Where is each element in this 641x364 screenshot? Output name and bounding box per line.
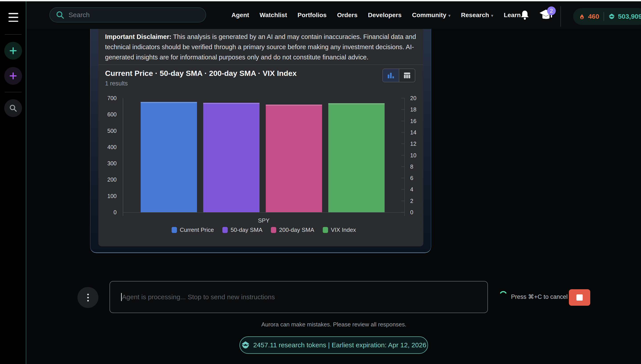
search-icon [9,104,17,112]
tokens-text: 2457.11 research tokens | Earliest expir… [253,341,426,349]
right-axis-tick: 14 [404,129,416,136]
sidebar [0,1,26,364]
gem-icon [241,341,250,349]
table-view-button[interactable] [399,69,415,82]
left-axis-tick: 200 [107,176,123,183]
cancel-hint: Press ⌘+C to cancel [511,293,568,300]
global-search-input[interactable]: Search [50,7,206,22]
right-axis-tick: 16 [404,118,416,124]
analysis-panel: Important Disclaimer: This analysis is g… [98,25,423,246]
legend-label: 50-day SMA [230,226,262,234]
nav-links: AgentWatchlistPortfoliosOrdersDevelopers… [232,1,525,29]
chart-view-toggle [382,68,415,82]
learning-hub-button[interactable] [538,1,553,29]
chart-legend: Current Price50-day SMA200-day SMAVIX In… [123,226,405,234]
chart-results-count: 1 results [105,80,128,87]
chart-title: Current Price · 50-day SMA · 200-day SMA… [105,69,297,78]
flame-icon [579,13,585,20]
bar-50-day-sma[interactable] [203,103,260,212]
legend-item-200-day-sma[interactable]: 200-day SMA [271,226,314,234]
legend-item-vix-index[interactable]: VIX Index [323,226,356,234]
text-cursor [121,293,122,301]
composer-menu-button[interactable] [78,287,98,308]
sidebar-divider [5,34,22,35]
right-axis-tick-mark [401,189,404,190]
new-chat-button[interactable] [4,42,22,60]
bar-current-price[interactable] [141,102,197,212]
legend-swatch [323,227,328,233]
legend-label: VIX Index [331,226,356,234]
notifications-button[interactable] [520,1,530,29]
right-axis-tick: 2 [404,198,413,204]
top-navbar: Search AgentWatchlistPortfoliosOrdersDev… [27,1,641,29]
right-axis-tick: 18 [404,106,416,113]
bar-chart-view-button[interactable] [383,69,399,82]
nav-item-research[interactable]: Research▾ [461,12,493,19]
right-axis-tick-mark [401,132,404,132]
right-axis-tick: 4 [404,186,413,193]
left-axis-tick: 0 [114,209,123,216]
nav-item-orders[interactable]: Orders [337,12,358,19]
right-axis-tick-mark [401,178,404,178]
window-top-strip [0,0,641,1]
right-axis-tick-mark [401,155,404,156]
search-icon [56,10,64,19]
legend-swatch [172,227,177,233]
disclaimer-footnote: Aurora can make mistakes. Please review … [27,321,641,328]
legend-swatch [271,227,276,233]
right-axis-tick-mark [401,98,404,98]
right-axis-tick: 12 [404,140,416,147]
nav-item-agent[interactable]: Agent [232,12,249,19]
notification-count-badge: 2 [547,6,556,15]
left-axis-tick: 500 [107,128,123,134]
plus-icon [9,72,17,80]
gem-icon [608,12,615,20]
right-axis-tick-mark [401,201,404,201]
sidebar-divider [5,92,22,92]
points-count: 503,909 [618,13,641,20]
bar-vix-index[interactable] [328,103,384,212]
right-axis-tick-mark [401,166,404,167]
left-axis-tick: 100 [107,193,123,199]
bar-200-day-sma[interactable] [266,104,322,212]
sidebar-search-button[interactable] [4,99,22,117]
streak-points-pill[interactable]: 460 503,909 [573,8,641,25]
new-agent-button[interactable] [4,67,22,85]
left-axis-tick: 400 [107,144,123,150]
legend-label: 200-day SMA [279,226,314,234]
research-tokens-pill[interactable]: 2457.11 research tokens | Earliest expir… [240,336,428,354]
agent-response-card: Important Disclaimer: This analysis is g… [90,24,431,253]
nav-item-watchlist[interactable]: Watchlist [260,12,287,19]
hamburger-menu-icon[interactable] [8,13,18,22]
right-axis-tick-mark [401,212,404,212]
chevron-down-icon: ▾ [491,13,493,18]
right-axis-tick-mark [401,109,404,110]
stop-button[interactable] [569,289,590,306]
right-axis-tick: 10 [404,152,416,158]
right-axis-tick: 8 [404,163,413,170]
bar-chart-icon [387,72,394,79]
stop-icon [576,294,583,300]
app-root: Search AgentWatchlistPortfoliosOrdersDev… [0,0,641,364]
left-axis-tick: 600 [107,111,123,118]
legend-item-50-day-sma[interactable]: 50-day SMA [222,226,262,234]
search-placeholder: Search [68,11,90,19]
legend-swatch [222,227,228,233]
legend-item-current-price[interactable]: Current Price [172,226,214,234]
chart-section: Current Price · 50-day SMA · 200-day SMA… [98,65,423,246]
disclaimer-label: Important Disclaimer: [105,33,172,40]
left-axis-tick: 300 [107,160,123,167]
right-axis-tick-mark [401,121,404,121]
x-axis-label: SPY [123,217,405,224]
disclaimer-text: Important Disclaimer: This analysis is g… [98,25,423,65]
plot-area: 010020030040050060070002468101214161820 [123,98,405,213]
table-icon [403,72,411,79]
navbar-divider [560,6,561,27]
right-axis-tick: 0 [404,209,413,216]
nav-item-developers[interactable]: Developers [368,12,402,19]
plus-icon [9,47,17,54]
nav-item-portfolios[interactable]: Portfolios [298,12,327,19]
nav-item-community[interactable]: Community▾ [412,12,450,19]
agent-input-field[interactable]: Agent is processing... Stop to send new … [110,281,488,313]
input-placeholder: Agent is processing... Stop to send new … [122,293,275,301]
